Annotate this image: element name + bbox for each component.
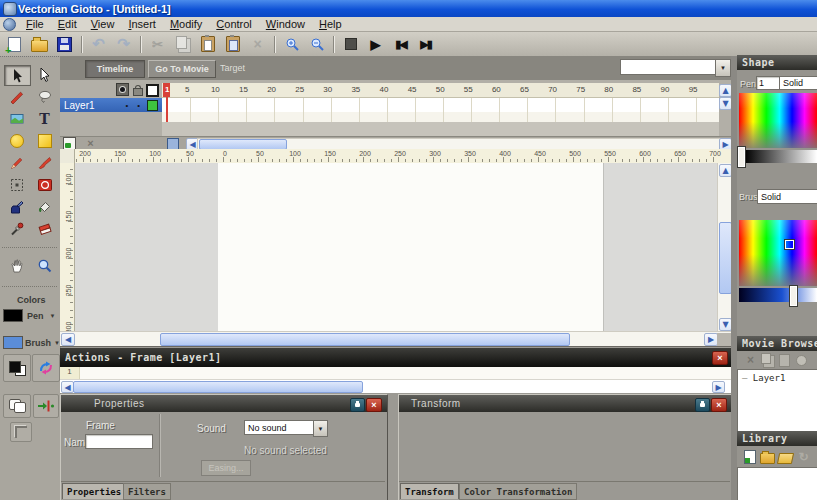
delete-layer-button[interactable]: × — [84, 138, 97, 149]
properties-pin-button[interactable] — [350, 398, 365, 412]
library-refresh-button[interactable]: ↻ — [796, 450, 811, 464]
tree-item-layer1[interactable]: — Layer1 — [742, 373, 817, 383]
movie-browser-header[interactable]: Movie Browser — [737, 336, 817, 351]
brush-color-row[interactable]: Brush ▼ — [3, 336, 60, 349]
pen-luminance-slider-handle[interactable] — [737, 146, 746, 168]
properties-close-button[interactable]: × — [366, 398, 382, 412]
layer-outline-color-swatch[interactable] — [147, 100, 158, 111]
tab-filters[interactable]: Filters — [123, 483, 171, 500]
toolbar-go-first-button[interactable]: ▮◀ — [388, 34, 413, 55]
library-header[interactable]: Library — [737, 431, 817, 446]
menu-modify[interactable]: Modify — [163, 18, 209, 31]
swap-colors-button[interactable] — [32, 354, 60, 382]
toolbar-delete-button[interactable]: × — [245, 34, 270, 55]
layer-row[interactable]: Layer1 • • — [60, 98, 162, 112]
lock-unlock-all-layers-icon[interactable] — [131, 83, 144, 96]
canvas-hscrollbar-thumb[interactable] — [160, 333, 570, 346]
tool-brush-button[interactable] — [32, 153, 57, 172]
insert-layer-button[interactable] — [63, 138, 76, 149]
layer-lock-dot[interactable]: • — [137, 101, 140, 110]
scene-selector-combobox[interactable] — [620, 59, 720, 75]
canvas-vscrollbar[interactable]: ▲ ▼ — [717, 163, 732, 331]
brush-luminance-slider-handle[interactable] — [789, 285, 798, 307]
brush-luminance-slider[interactable] — [739, 288, 817, 302]
toolbar-save-button[interactable] — [52, 34, 77, 55]
tool-line-button[interactable] — [4, 87, 29, 106]
sound-dropdown-arrow[interactable]: ▼ — [313, 420, 328, 437]
pen-color-spectrum[interactable] — [739, 93, 817, 148]
toolbar-copy-button[interactable] — [170, 34, 195, 55]
actions-close-button[interactable]: × — [712, 351, 728, 365]
pen-color-row[interactable]: Pen ▼ — [3, 309, 55, 322]
toolbar-paste-button[interactable] — [195, 34, 220, 55]
menu-insert[interactable]: Insert — [121, 18, 163, 31]
actions-panel-header[interactable]: Actions - Frame [Layer1] — [60, 348, 736, 367]
actions-code-area[interactable]: 1 — [60, 367, 731, 379]
frame-name-input[interactable] — [85, 434, 153, 449]
brush-style-combobox[interactable]: Solid — [757, 189, 817, 204]
tab-properties[interactable]: Properties — [62, 483, 126, 499]
go-to-movie-button[interactable]: Go To Movie — [148, 60, 216, 78]
properties-panel-header[interactable]: Properties — [61, 395, 387, 412]
movie-browser-paste-button[interactable] — [777, 353, 792, 367]
menu-help[interactable]: Help — [312, 18, 349, 31]
actions-scroll-right-arrow[interactable]: ▶ — [712, 381, 725, 393]
tool-ink-bottle-button[interactable] — [4, 197, 29, 216]
toolbar-cut-button[interactable]: ✂ — [145, 34, 170, 55]
tool-eyedropper-button[interactable] — [4, 219, 29, 238]
no-color-button[interactable] — [3, 394, 31, 418]
show-layers-as-outlines-icon[interactable] — [146, 83, 159, 96]
toolbar-undo-button[interactable]: ↶ — [86, 34, 111, 55]
library-new-symbol-button[interactable] — [742, 450, 757, 464]
scene-selector-dropdown-arrow[interactable]: ▼ — [715, 59, 731, 77]
snap-to-objects-button[interactable] — [33, 394, 59, 418]
pen-style-combobox[interactable]: Solid — [779, 76, 817, 90]
library-new-folder-button[interactable] — [760, 450, 775, 464]
pen-luminance-slider[interactable] — [745, 150, 817, 163]
transform-close-button[interactable]: × — [711, 398, 727, 412]
toolbar-play-button[interactable]: ▶ — [363, 34, 388, 55]
menu-control[interactable]: Control — [209, 18, 258, 31]
toolbar-open-button[interactable] — [27, 34, 52, 55]
tool-subselection-button[interactable] — [32, 65, 57, 84]
menu-edit[interactable]: Edit — [51, 18, 84, 31]
transform-pin-button[interactable] — [695, 398, 710, 412]
movie-browser-delete-button[interactable]: × — [743, 353, 758, 367]
timeline-view-button[interactable]: Timeline — [85, 60, 145, 78]
playhead-line[interactable] — [166, 97, 168, 122]
tool-eraser-button[interactable] — [32, 219, 57, 238]
corner-threshold-button[interactable] — [10, 422, 32, 442]
frames-area[interactable]: 5101520253035404550556065707580859095 1 — [162, 83, 719, 136]
tool-oval-button[interactable] — [4, 131, 29, 150]
easing-button[interactable]: Easing... — [201, 460, 251, 476]
movie-browser-tree[interactable]: — Layer1 — [737, 369, 817, 433]
pen-color-swatch[interactable] — [3, 309, 23, 322]
transform-panel-header[interactable]: Transform — [399, 395, 732, 412]
tool-text-button[interactable]: T — [32, 109, 57, 128]
tool-fill-transform-button[interactable] — [32, 175, 57, 194]
canvas-hscrollbar[interactable]: ◀ ▶ — [60, 331, 731, 346]
movie-browser-edit-button[interactable] — [794, 353, 809, 367]
tool-pen-button[interactable] — [4, 109, 29, 128]
brush-color-spectrum[interactable] — [739, 220, 817, 286]
toolbar-zoom-in-button[interactable] — [279, 34, 304, 55]
tool-paint-bucket-button[interactable] — [32, 197, 57, 216]
tool-selection-button[interactable] — [4, 65, 31, 86]
canvas-area[interactable]: 100150200250300 ▲ ▼ — [60, 163, 731, 331]
toolbar-paste-frames-button[interactable] — [220, 34, 245, 55]
canvas-scroll-right-arrow[interactable]: ▶ — [704, 333, 718, 346]
toolbar-zoom-out-button[interactable] — [304, 34, 329, 55]
brush-color-picker-marker[interactable] — [785, 240, 794, 249]
menu-window[interactable]: Window — [259, 18, 312, 31]
toolbar-go-last-button[interactable]: ▶▮ — [413, 34, 438, 55]
menu-view[interactable]: View — [84, 18, 122, 31]
pen-width-input[interactable] — [756, 76, 780, 90]
tab-color-transformation[interactable]: Color Transformation — [459, 483, 577, 500]
tool-lasso-button[interactable] — [32, 87, 57, 106]
tool-rectangle-button[interactable] — [32, 131, 57, 150]
brush-color-swatch[interactable] — [3, 336, 23, 349]
tab-transform[interactable]: Transform — [400, 483, 459, 499]
canvas-scroll-left-arrow[interactable]: ◀ — [61, 333, 75, 346]
stage[interactable] — [218, 163, 604, 331]
tool-zoom-button[interactable] — [32, 256, 57, 275]
